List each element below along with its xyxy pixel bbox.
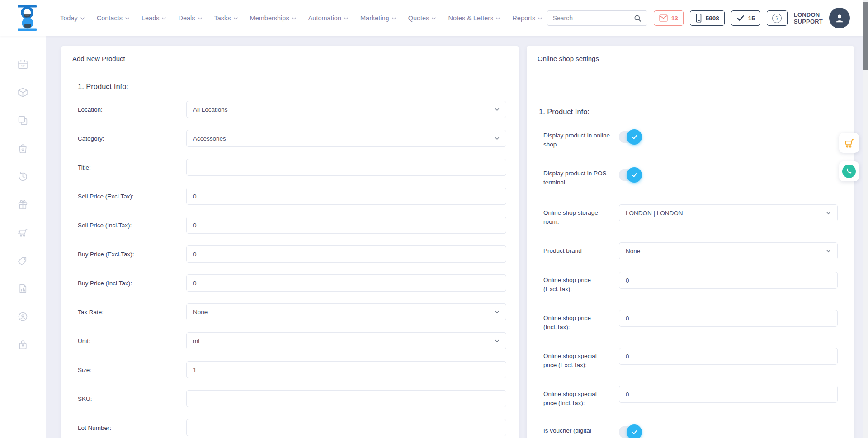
form-row-online-shop-special-price-excl-tax: Online shop special price (Excl.Tax): <box>543 348 838 370</box>
field-label: Display product in online shop <box>543 129 619 149</box>
envelope-icon <box>659 14 668 22</box>
section-heading: 1. Product Info: <box>539 108 590 116</box>
toggle-is-voucher-digital-product[interactable] <box>619 426 640 438</box>
select-value: Accessories <box>193 135 226 142</box>
field-label: Buy Price (Incl.Tax): <box>78 280 186 287</box>
chevron-down-icon <box>80 16 85 20</box>
field-label: Sell Price (Excl.Tax): <box>78 193 186 200</box>
input-online-shop-special-price-incl-tax[interactable] <box>619 386 838 403</box>
nav-item-label: Automation <box>308 14 341 22</box>
messages-badge[interactable]: 13 <box>654 10 684 26</box>
sidebar-gift-icon[interactable] <box>17 198 29 210</box>
avatar[interactable] <box>829 8 850 28</box>
field-label: Tax Rate: <box>78 309 186 316</box>
field-label: Lot Number: <box>78 424 186 431</box>
sidebar-calendar-icon[interactable]: 12 <box>17 58 29 70</box>
chevron-down-icon <box>162 16 166 20</box>
section-heading: 1. Product Info: <box>78 82 506 91</box>
form-row-online-shop-storage-room: Online shop storage room:LONDON | LONDON <box>543 204 838 226</box>
phone-teal-icon <box>842 165 856 178</box>
toggle-display-product-in-online-shop[interactable] <box>619 131 640 143</box>
select-value: None <box>193 309 208 316</box>
input-size[interactable] <box>186 361 506 378</box>
form-row-lot-number: Lot Number: <box>78 419 506 436</box>
calls-badge[interactable]: 5908 <box>690 10 725 26</box>
form-row-online-shop-price-excl-tax: Online shop price (Excl.Tax): <box>543 272 838 294</box>
search-icon[interactable] <box>628 11 647 25</box>
card-title: Add New Product <box>61 46 519 71</box>
nav-item-quotes[interactable]: Quotes <box>408 14 436 22</box>
nav-item-deals[interactable]: Deals <box>178 14 202 22</box>
select-location[interactable]: All Locations <box>186 101 506 118</box>
select-chevron-icon <box>495 311 500 314</box>
search-input[interactable] <box>547 14 628 22</box>
field-label: Is voucher (digital product) <box>543 424 619 438</box>
field-label: Location: <box>78 106 186 113</box>
app-logo-hourglass-icon[interactable] <box>16 5 38 31</box>
input-online-shop-price-incl-tax[interactable] <box>619 310 838 327</box>
select-chevron-icon <box>826 212 831 215</box>
select-category[interactable]: Accessories <box>186 130 506 147</box>
sidebar-package-icon[interactable] <box>17 86 29 98</box>
nav-item-memberships[interactable]: Memberships <box>250 14 296 22</box>
sidebar-history-icon[interactable] <box>17 170 29 182</box>
input-online-shop-special-price-excl-tax[interactable] <box>619 348 838 365</box>
sidebar-support-icon[interactable] <box>17 311 29 322</box>
input-lot-number[interactable] <box>186 419 506 436</box>
select-unit[interactable]: ml <box>186 332 506 349</box>
field-label: Display product in POS terminal <box>543 167 619 187</box>
icon-sidebar: 12 <box>0 36 46 438</box>
input-sku[interactable] <box>186 390 506 407</box>
chevron-down-icon <box>496 16 500 20</box>
floating-phone-button[interactable] <box>839 161 859 181</box>
sidebar-shopping-bag-icon[interactable] <box>17 142 29 154</box>
nav-item-reports[interactable]: Reports <box>512 14 542 22</box>
floating-cart-button[interactable] <box>839 133 859 153</box>
nav-item-notes-letters[interactable]: Notes & Letters <box>448 14 500 22</box>
nav-item-tasks[interactable]: Tasks <box>214 14 238 22</box>
input-sell-price-incl-tax[interactable] <box>186 217 506 234</box>
field-label: Category: <box>78 135 186 142</box>
global-search <box>547 10 647 26</box>
field-label: Sell Price (Incl.Tax): <box>78 222 186 229</box>
toggle-display-product-in-pos-terminal[interactable] <box>619 169 640 181</box>
field-label: Product brand <box>543 242 619 255</box>
toggle-knob-check-icon <box>627 167 642 183</box>
form-row-tax-rate: Tax Rate:None <box>78 303 506 320</box>
select-tax-rate[interactable]: None <box>186 303 506 320</box>
select-value: ml <box>193 338 199 344</box>
input-online-shop-price-excl-tax[interactable] <box>619 272 838 289</box>
scrollbar-thumb[interactable] <box>863 2 868 70</box>
nav-item-contacts[interactable]: Contacts <box>97 14 129 22</box>
sidebar-tag-icon[interactable] <box>17 254 29 266</box>
select-online-shop-storage-room[interactable]: LONDON | LONDON <box>619 204 838 221</box>
input-sell-price-excl-tax[interactable] <box>186 188 506 205</box>
help-button[interactable]: ? <box>767 10 788 26</box>
sidebar-lock-icon[interactable] <box>17 339 29 350</box>
form-row-category: Category:Accessories <box>78 130 506 147</box>
field-label: Online shop price (Incl.Tax): <box>543 310 619 332</box>
form-row-product-brand: Product brandNone <box>543 242 838 259</box>
chevron-down-icon <box>344 16 348 20</box>
select-value: None <box>626 248 640 254</box>
nav-item-automation[interactable]: Automation <box>308 14 348 22</box>
tasks-badge[interactable]: 15 <box>731 10 760 26</box>
input-title[interactable] <box>186 159 506 176</box>
sidebar-cart-icon[interactable] <box>17 226 29 238</box>
add-new-product-card: Add New Product 1. Product Info: Locatio… <box>61 46 519 438</box>
chevron-down-icon <box>125 16 129 20</box>
nav-item-leads[interactable]: Leads <box>142 14 166 22</box>
input-buy-price-excl-tax[interactable] <box>186 245 506 263</box>
chevron-down-icon <box>432 16 436 20</box>
select-product-brand[interactable]: None <box>619 242 838 259</box>
form-row-online-shop-special-price-incl-tax: Online shop special price (Incl.Tax): <box>543 386 838 408</box>
sidebar-copy-icon[interactable] <box>17 114 29 126</box>
input-buy-price-incl-tax[interactable] <box>186 274 506 292</box>
nav-item-marketing[interactable]: Marketing <box>360 14 396 22</box>
sidebar-report-icon[interactable] <box>17 283 29 294</box>
form-row-online-shop-price-incl-tax: Online shop price (Incl.Tax): <box>543 310 838 332</box>
scrollbar-track[interactable] <box>863 0 868 438</box>
nav-item-today[interactable]: Today <box>60 14 85 22</box>
form-row-location: Location:All Locations <box>78 101 506 118</box>
main-nav: TodayContactsLeadsDealsTasksMembershipsA… <box>60 14 568 22</box>
